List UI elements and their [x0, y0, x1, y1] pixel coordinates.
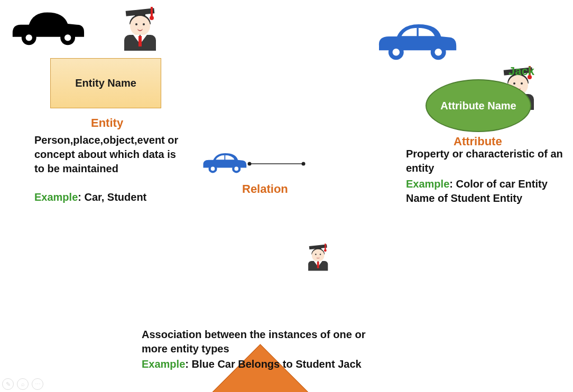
jack-label: Jack	[509, 64, 534, 78]
entity-shape: Entity Name	[50, 58, 161, 108]
relation-example-text: : Blue Car Belongs to Student Jack	[185, 358, 361, 370]
example-label: Example	[34, 191, 78, 203]
more-tool-icon[interactable]: ⋯	[32, 378, 43, 390]
relation-example: Example: Blue Car Belongs to Student Jac…	[142, 357, 406, 371]
entity-heading: Entity	[91, 116, 123, 130]
car-icon	[370, 16, 460, 66]
relation-connector-line	[247, 158, 306, 169]
attribute-shape-label: Attribute Name	[440, 99, 516, 112]
entity-example: Example: Car, Student	[34, 190, 193, 204]
attribute-description: Property or characteristic of an entity	[406, 147, 565, 175]
attribute-shape: Attribute Name	[426, 79, 531, 132]
attribute-example: Example: Color of car Entity Name of Stu…	[406, 177, 567, 206]
svg-point-13	[248, 162, 252, 166]
relation-heading: Relation	[242, 182, 288, 196]
entity-example-text: : Car, Student	[78, 191, 146, 203]
zoom-tool-icon[interactable]: ⌕	[17, 378, 29, 390]
svg-point-14	[302, 162, 306, 166]
svg-point-5	[393, 49, 400, 56]
entity-shape-label: Entity Name	[75, 77, 136, 89]
pen-tool-icon[interactable]: ✎	[2, 378, 14, 390]
car-icon	[6, 4, 88, 49]
svg-point-9	[211, 167, 215, 171]
svg-point-11	[234, 167, 238, 171]
student-graduate-icon	[122, 4, 159, 52]
example-label: Example	[142, 358, 185, 370]
example-label: Example	[406, 178, 449, 190]
relation-description: Association between the instances of one…	[142, 328, 390, 356]
car-icon	[198, 148, 248, 177]
svg-point-3	[64, 34, 71, 41]
student-graduate-icon	[307, 242, 329, 272]
svg-point-7	[435, 49, 442, 56]
presentation-toolbar: ✎ ⌕ ⋯	[2, 378, 43, 390]
svg-point-1	[26, 34, 32, 41]
entity-description: Person,place,object,event or concept abo…	[34, 133, 188, 176]
